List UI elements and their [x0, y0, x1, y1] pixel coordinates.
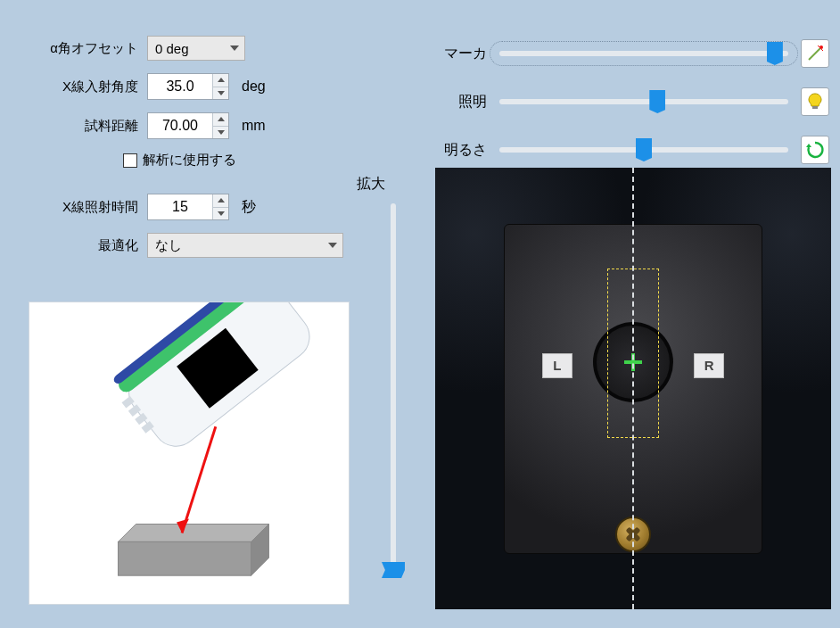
geometry-diagram	[29, 302, 350, 605]
zoom-slider-thumb[interactable]	[382, 562, 405, 578]
alpha-offset-row: α角オフセット 0 deg	[0, 36, 357, 61]
svg-rect-17	[812, 106, 818, 109]
sample-distance-input[interactable]	[148, 113, 212, 138]
brightness-label: 明るさ	[437, 141, 499, 160]
incident-angle-unit: deg	[242, 78, 266, 95]
camera-viewport[interactable]: L R	[435, 168, 831, 609]
incident-angle-input[interactable]	[148, 74, 212, 99]
marker-slider-track[interactable]	[499, 51, 788, 56]
incident-angle-spinner[interactable]	[147, 73, 229, 100]
stage-label-right: R	[694, 353, 724, 378]
spinner-up-button[interactable]	[213, 74, 228, 87]
zoom-slider-track[interactable]	[391, 203, 396, 578]
optimization-row: 最適化 なし	[0, 233, 357, 258]
brightness-slider-row: 明るさ	[437, 136, 829, 164]
use-for-analysis-label: 解析に使用する	[143, 152, 236, 169]
brightness-slider-thumb[interactable]	[636, 138, 652, 161]
spinner-down-button[interactable]	[213, 207, 228, 220]
marker-slider-thumb[interactable]	[767, 42, 783, 65]
optimization-combo[interactable]: なし	[147, 233, 343, 258]
svg-line-13	[809, 48, 820, 60]
illumination-slider-thumb[interactable]	[649, 90, 665, 113]
stage-label-left: L	[542, 353, 572, 378]
spinner-down-button[interactable]	[213, 87, 228, 100]
exposure-time-row: X線照射時間 秒	[0, 194, 357, 220]
illumination-slider-track[interactable]	[499, 99, 788, 104]
svg-rect-1	[118, 541, 251, 575]
refresh-icon[interactable]	[801, 136, 829, 164]
spinner-up-button[interactable]	[213, 194, 228, 207]
optimization-label: 最適化	[0, 237, 147, 254]
incident-angle-row: X線入射角度 deg	[0, 73, 357, 100]
spinner-up-button[interactable]	[213, 113, 228, 126]
use-for-analysis-row: 解析に使用する	[0, 152, 357, 169]
zoom-label: 拡大	[357, 175, 385, 194]
use-for-analysis-checkbox[interactable]	[123, 153, 137, 168]
sample-distance-label: 試料距離	[0, 118, 147, 135]
svg-line-15	[818, 45, 819, 47]
chevron-down-icon	[328, 243, 337, 248]
sample-distance-spinner[interactable]	[147, 112, 229, 139]
brightness-slider-track[interactable]	[499, 147, 788, 153]
chevron-down-icon	[230, 45, 239, 51]
incident-angle-label: X線入射角度	[0, 78, 147, 95]
alpha-offset-value: 0 deg	[155, 41, 189, 56]
settings-panel: α角オフセット 0 deg X線入射角度 de	[0, 0, 357, 270]
wand-icon[interactable]	[801, 39, 829, 68]
marker-label: マーカ	[437, 45, 499, 63]
spinner-down-button[interactable]	[213, 126, 228, 139]
svg-marker-18	[806, 144, 811, 147]
svg-marker-0	[118, 525, 268, 542]
illumination-slider-row: 照明	[437, 87, 829, 116]
exposure-time-input[interactable]	[148, 194, 212, 219]
sample-distance-row: 試料距離 mm	[0, 112, 357, 139]
bulb-icon[interactable]	[801, 87, 829, 116]
svg-point-14	[819, 45, 823, 49]
sample-distance-unit: mm	[242, 118, 266, 134]
illumination-label: 照明	[437, 93, 499, 112]
optimization-value: なし	[155, 237, 182, 254]
alpha-offset-combo[interactable]: 0 deg	[147, 36, 245, 61]
exposure-time-label: X線照射時間	[0, 199, 147, 216]
center-guide-line	[632, 168, 634, 609]
alpha-offset-label: α角オフセット	[0, 40, 147, 57]
exposure-time-unit: 秒	[242, 198, 256, 217]
marker-slider-row: マーカ	[437, 39, 829, 68]
svg-line-16	[821, 49, 823, 51]
exposure-time-spinner[interactable]	[147, 194, 229, 220]
